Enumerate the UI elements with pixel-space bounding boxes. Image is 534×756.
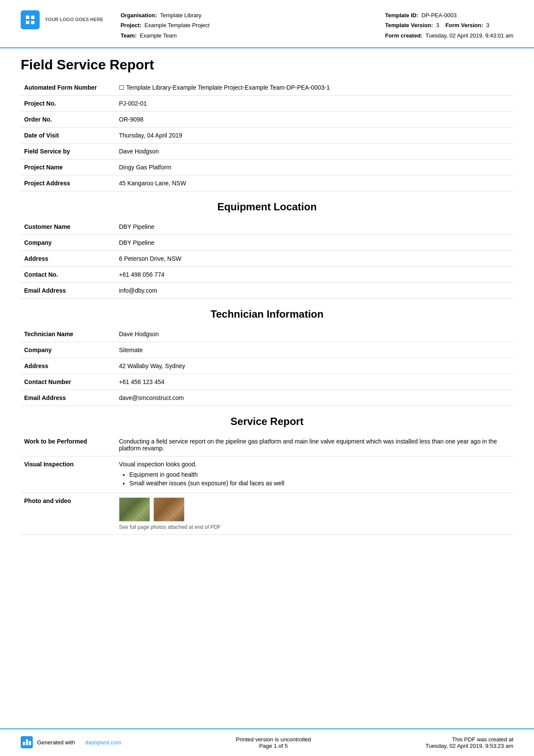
- field-label: Contact Number: [21, 374, 116, 390]
- field-label: Project No.: [21, 96, 116, 112]
- field-value: OR-9098: [116, 112, 513, 128]
- footer-logo-icon: [21, 736, 33, 748]
- org-value: Template Library: [160, 12, 201, 19]
- field-value: PJ-002-01: [116, 96, 513, 112]
- photo-thumbnail-1: [119, 497, 150, 522]
- team-line: Team: Example Team: [121, 31, 368, 41]
- table-row: Automated Form Number ☐ Template Library…: [21, 80, 513, 96]
- field-value: DBY Pipeline: [116, 219, 513, 235]
- table-row: Contact No. +61 498 056 774: [21, 267, 513, 283]
- team-label: Team:: [121, 32, 137, 39]
- field-value: 42 Wallaby Way, Sydney: [116, 358, 513, 374]
- field-value: Dave Hodgson: [116, 326, 513, 342]
- header: YOUR LOGO GOES HERE Organisation: Templa…: [0, 0, 534, 48]
- field-label: Date of Visit: [21, 128, 116, 144]
- org-label: Organisation:: [121, 12, 157, 19]
- project-value: Example Template Project: [144, 22, 209, 28]
- equipment-location-heading: Equipment Location: [21, 191, 513, 219]
- field-value: +61 456 123 454: [116, 374, 513, 390]
- page: YOUR LOGO GOES HERE Organisation: Templa…: [0, 0, 534, 756]
- table-row: Project Address 45 Kangaroo Lane, NSW: [21, 175, 513, 191]
- pdf-created-text: This PDF was created at: [425, 736, 513, 743]
- org-line: Organisation: Template Library: [121, 10, 368, 20]
- bar-2: [26, 739, 28, 745]
- field-value: ☐ Template Library-Example Template Proj…: [116, 80, 513, 96]
- template-id-value: DP-PEA-0003: [422, 12, 457, 19]
- photo-caption: See full page photos attached at end of …: [119, 524, 510, 530]
- footer-right: This PDF was created at Tuesday, 02 Apri…: [425, 736, 513, 749]
- field-value: 6 Peterson Drive, NSW: [116, 251, 513, 267]
- field-label: Order No.: [21, 112, 116, 128]
- field-value: Conducting a field service report on the…: [116, 434, 513, 456]
- page-info: Page 1 of 5: [236, 743, 311, 749]
- form-created-value: Tuesday, 02 April 2019, 9:43:01 am: [425, 32, 513, 39]
- template-id-line: Template ID: DP-PEA-0003: [385, 10, 513, 20]
- pdf-timestamp: Tuesday, 02 April 2019, 9:53:23 am: [425, 743, 513, 749]
- table-row: Field Service by Dave Hodgson: [21, 144, 513, 159]
- field-label: Email Address: [21, 390, 116, 406]
- equipment-location-table: Customer Name DBY Pipeline Company DBY P…: [21, 219, 513, 299]
- service-report-heading: Service Report: [21, 406, 513, 434]
- field-value: See full page photos attached at end of …: [116, 493, 513, 535]
- field-label: Company: [21, 342, 116, 358]
- form-created-label: Form created:: [385, 32, 422, 39]
- svg-rect-3: [31, 21, 34, 24]
- table-row: Technician Name Dave Hodgson: [21, 326, 513, 342]
- field-value: Dingy Gas Platform: [116, 159, 513, 175]
- table-row: Company Sitemate: [21, 342, 513, 358]
- table-row: Email Address dave@smconstruct.com: [21, 390, 513, 406]
- project-label: Project:: [121, 22, 141, 28]
- table-row: Company DBY Pipeline: [21, 235, 513, 251]
- form-fields-table: Automated Form Number ☐ Template Library…: [21, 80, 513, 191]
- table-row: Customer Name DBY Pipeline: [21, 219, 513, 235]
- generated-text: Generated with: [37, 739, 75, 746]
- field-label: Address: [21, 251, 116, 267]
- page-title: Field Service Report: [21, 48, 513, 80]
- logo-icon: [21, 10, 40, 29]
- header-meta-right: Template ID: DP-PEA-0003 Template Versio…: [385, 10, 513, 41]
- bar-3: [29, 741, 31, 745]
- form-version-value: 3: [486, 22, 489, 28]
- table-row: Project No. PJ-002-01: [21, 96, 513, 112]
- table-row: Contact Number +61 456 123 454: [21, 374, 513, 390]
- visual-inspection-value: Visual inspection looks good.: [119, 461, 197, 468]
- field-label: Field Service by: [21, 144, 116, 159]
- field-label: Work to be Performed: [21, 434, 116, 456]
- bar-chart-icon: [23, 739, 31, 745]
- logo-text: YOUR LOGO GOES HERE: [45, 16, 103, 23]
- technician-info-table: Technician Name Dave Hodgson Company Sit…: [21, 326, 513, 406]
- table-row: Date of Visit Thursday, 04 April 2019: [21, 128, 513, 144]
- header-meta-left: Organisation: Template Library Project: …: [121, 10, 368, 41]
- main-content: Field Service Report Automated Form Numb…: [0, 48, 534, 728]
- field-label: Project Name: [21, 159, 116, 175]
- bar-1: [23, 742, 25, 745]
- field-label: Contact No.: [21, 267, 116, 283]
- list-item: Small weather issues (sun exposure) for …: [129, 480, 510, 487]
- template-id-label: Template ID:: [385, 12, 418, 19]
- table-row: Photo and video See full page photos att…: [21, 493, 513, 535]
- table-row: Email Address info@dby.com: [21, 283, 513, 299]
- field-label: Address: [21, 358, 116, 374]
- field-value: Visual inspection looks good. Equipment …: [116, 456, 513, 493]
- field-label: Photo and video: [21, 493, 116, 535]
- field-label: Project Address: [21, 175, 116, 191]
- svg-rect-1: [31, 16, 34, 19]
- dashpivot-link[interactable]: dashpivot.com: [85, 739, 122, 746]
- field-value: Thursday, 04 April 2019: [116, 128, 513, 144]
- table-row: Visual Inspection Visual inspection look…: [21, 456, 513, 493]
- form-version-label: Form Version:: [445, 22, 483, 28]
- field-value: +61 498 056 774: [116, 267, 513, 283]
- field-label: Company: [21, 235, 116, 251]
- field-value: 45 Kangaroo Lane, NSW: [116, 175, 513, 191]
- field-value: dave@smconstruct.com: [116, 390, 513, 406]
- table-row: Address 6 Peterson Drive, NSW: [21, 251, 513, 267]
- list-item: Equipment in good health: [129, 471, 510, 478]
- field-label: Email Address: [21, 283, 116, 299]
- photo-area: [119, 497, 510, 522]
- template-version-label: Template Version:: [385, 22, 433, 28]
- field-label: Customer Name: [21, 219, 116, 235]
- team-value: Example Team: [140, 32, 177, 39]
- table-row: Work to be Performed Conducting a field …: [21, 434, 513, 456]
- svg-rect-2: [26, 21, 29, 24]
- service-report-table: Work to be Performed Conducting a field …: [21, 434, 513, 535]
